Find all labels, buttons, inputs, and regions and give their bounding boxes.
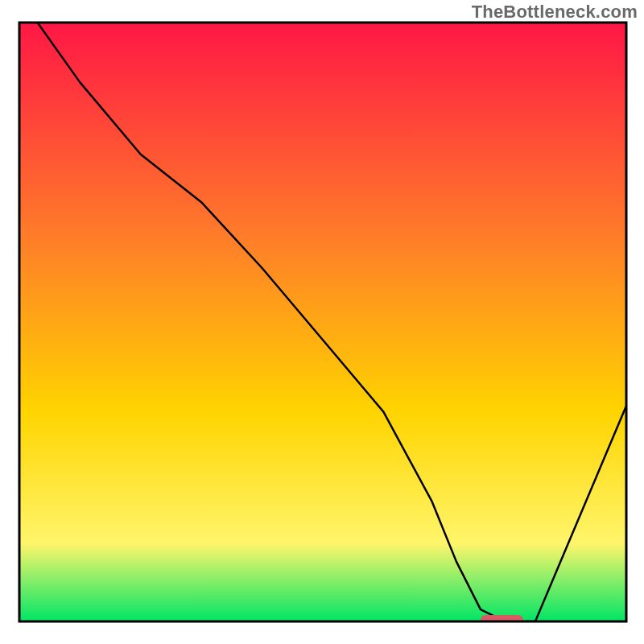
watermark-text: TheBottleneck.com <box>472 2 638 23</box>
bottleneck-chart <box>0 0 644 644</box>
optimum-marker <box>481 615 523 625</box>
plot-background <box>19 23 626 621</box>
chart-container: TheBottleneck.com <box>0 0 644 644</box>
